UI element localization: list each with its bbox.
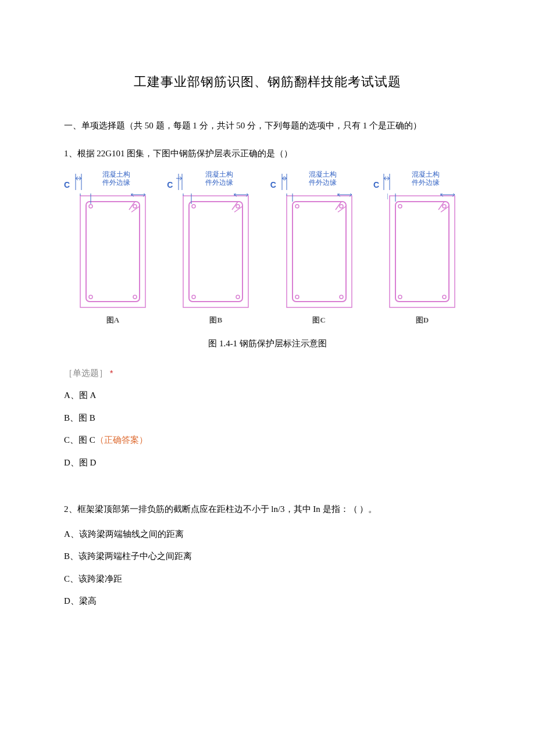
svg-line-24 bbox=[232, 202, 238, 210]
q1-stem: 1、根据 22G101 图集，下图中钢筋保护层表示正确的是（） bbox=[64, 145, 471, 162]
q2-option-b: B、该跨梁两端柱子中心之间距离 bbox=[64, 548, 471, 565]
q1-option-c: C、图 C（正确答案） bbox=[64, 432, 471, 449]
svg-point-37 bbox=[295, 295, 299, 299]
edge-label-c-1: 混凝土构 bbox=[309, 170, 337, 178]
q2-option-c: C、该跨梁净距 bbox=[64, 571, 471, 587]
section-intro: 一、单项选择题（共 50 题，每题 1 分，共计 50 分，下列每题的选项中，只… bbox=[64, 117, 471, 134]
sub-caption-c: 图C bbox=[312, 313, 325, 328]
svg-line-54 bbox=[438, 202, 444, 210]
svg-point-21 bbox=[236, 205, 240, 208]
dimension-arrows-icon bbox=[176, 170, 189, 190]
svg-rect-34 bbox=[293, 202, 346, 302]
rebar-section-icon bbox=[181, 194, 251, 310]
q2-stem: 2、框架梁顶部第一排负筋的截断点应在距柱边不小于 ln/3，其中 In 是指：（… bbox=[64, 501, 471, 518]
svg-point-51 bbox=[443, 205, 446, 208]
svg-rect-48 bbox=[390, 196, 455, 307]
svg-rect-49 bbox=[395, 202, 449, 302]
svg-rect-33 bbox=[287, 196, 352, 307]
svg-line-55 bbox=[441, 206, 449, 212]
svg-point-7 bbox=[89, 295, 92, 299]
c-label-c: C bbox=[270, 177, 276, 193]
q1-option-d: D、图 D bbox=[64, 454, 471, 471]
svg-rect-19 bbox=[189, 202, 242, 302]
bracket-label: ［单选题］ bbox=[64, 368, 108, 378]
question-type-label: ［单选题］ * bbox=[64, 365, 471, 382]
figure-d: C 混凝土构 件外边缘 bbox=[373, 170, 471, 328]
q2-option-d: D、梁高 bbox=[64, 593, 471, 610]
page-title: 工建事业部钢筋识图、钢筋翻样技能考试试题 bbox=[64, 70, 471, 94]
svg-line-10 bbox=[131, 206, 140, 212]
figure-c: C 混凝土构 件外边缘 bbox=[270, 170, 368, 328]
c-label-d: C bbox=[373, 177, 379, 193]
edge-label-b-2: 件外边缘 bbox=[205, 178, 233, 187]
svg-line-39 bbox=[336, 202, 341, 210]
edge-label-b-1: 混凝土构 bbox=[205, 170, 233, 178]
dimension-arrows-icon bbox=[280, 170, 293, 190]
figure-b: C 混凝土构 件外边缘 bbox=[167, 170, 265, 328]
edge-label-a-1: 混凝土构 bbox=[102, 170, 130, 178]
svg-rect-3 bbox=[80, 196, 145, 307]
document-page: 工建事业部钢筋识图、钢筋翻样技能考试试题 一、单项选择题（共 50 题，每题 1… bbox=[0, 0, 535, 756]
edge-label-d-2: 件外边缘 bbox=[412, 178, 440, 187]
sub-caption-d: 图D bbox=[416, 313, 429, 328]
dimension-arrows-icon bbox=[383, 170, 395, 190]
svg-point-6 bbox=[133, 205, 137, 208]
q1-option-a: A、图 A bbox=[64, 387, 471, 404]
svg-line-9 bbox=[129, 202, 135, 210]
svg-point-22 bbox=[192, 295, 195, 299]
c-label-a: C bbox=[64, 177, 70, 193]
q1-option-b: B、图 B bbox=[64, 410, 471, 427]
figure-caption: 图 1.4-1 钢筋保护层标注示意图 bbox=[64, 335, 471, 352]
correct-answer-label: （正确答案） bbox=[95, 435, 148, 445]
svg-point-8 bbox=[133, 295, 137, 299]
rebar-section-icon bbox=[78, 194, 148, 310]
edge-label-c-2: 件外边缘 bbox=[309, 178, 337, 187]
q2-option-a: A、该跨梁两端轴线之间的距离 bbox=[64, 526, 471, 543]
figure-a: C 混凝土构 件外边缘 bbox=[64, 170, 162, 328]
edge-label-a-2: 件外边缘 bbox=[102, 178, 130, 187]
c-label-b: C bbox=[167, 177, 173, 193]
svg-point-50 bbox=[398, 205, 402, 208]
dimension-arrows-icon bbox=[73, 170, 86, 190]
svg-point-38 bbox=[340, 295, 343, 299]
svg-point-53 bbox=[443, 295, 446, 299]
sub-caption-a: 图A bbox=[106, 313, 119, 328]
figures-row: C 混凝土构 件外边缘 bbox=[64, 170, 471, 328]
rebar-section-icon bbox=[387, 194, 457, 310]
svg-point-36 bbox=[340, 205, 343, 208]
svg-point-20 bbox=[192, 205, 195, 208]
svg-point-23 bbox=[236, 295, 240, 299]
svg-line-40 bbox=[338, 206, 346, 212]
svg-point-35 bbox=[295, 205, 299, 208]
svg-rect-4 bbox=[86, 202, 140, 302]
edge-label-d-1: 混凝土构 bbox=[412, 170, 440, 178]
q1-option-c-text: C、图 C bbox=[64, 435, 95, 445]
sub-caption-b: 图B bbox=[209, 313, 222, 328]
svg-line-25 bbox=[234, 206, 242, 212]
required-star: * bbox=[110, 368, 113, 378]
svg-point-52 bbox=[398, 295, 402, 299]
svg-rect-18 bbox=[183, 196, 248, 307]
rebar-section-icon bbox=[284, 194, 354, 310]
svg-point-5 bbox=[89, 205, 92, 208]
